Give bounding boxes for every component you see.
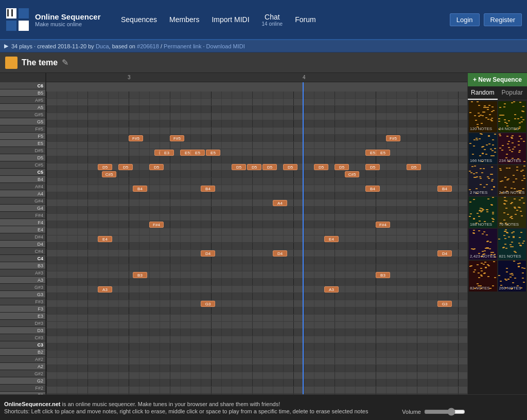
note[interactable]: F#5 [129,135,143,141]
note[interactable]: D5 [314,164,328,170]
piano-key-a3[interactable]: A3 [0,277,45,284]
grid-row[interactable] [46,293,467,300]
piano-key-d4[interactable]: D4 [0,241,45,248]
grid-row[interactable] [46,365,467,372]
grid-row[interactable] [46,149,467,156]
grid-row[interactable] [46,113,467,120]
grid-row[interactable] [46,156,467,163]
info-based-on-link[interactable]: #206618 [137,43,159,49]
sidebar-thumbnail[interactable]: 2 NOTES [469,165,497,196]
piano-key-e4[interactable]: E4 [0,226,45,233]
piano-key-a#4[interactable]: A#4 [0,183,45,190]
piano-key-g3[interactable]: G3 [0,291,45,298]
grid-row[interactable] [46,372,467,379]
register-button[interactable]: Register [484,13,522,26]
grid-row[interactable] [46,127,467,135]
grid-row[interactable] [46,307,467,315]
grid-row[interactable] [46,271,467,279]
piano-key-e3[interactable]: E3 [0,313,45,320]
sidebar-thumbnail[interactable]: 821 NOTES [498,229,526,260]
piano-key-a#3[interactable]: A#3 [0,269,45,277]
piano-key-c#4[interactable]: C#4 [0,248,45,255]
sidebar-thumbnail[interactable]: 120 NOTES [469,101,497,132]
note[interactable]: D5 [335,164,349,170]
sidebar-thumbnail[interactable]: 2,845 NOTES [498,165,526,196]
piano-key-b5[interactable]: B5 [0,89,45,97]
note[interactable]: E4 [324,236,339,242]
note[interactable]: D5 [232,164,246,170]
grid-row[interactable] [46,279,467,286]
piano-key-f#5[interactable]: F#5 [0,125,45,133]
note[interactable]: E5 [376,150,390,156]
note[interactable]: B4 [365,186,380,192]
info-author-link[interactable]: Duca [96,43,109,49]
grid-row[interactable] [46,135,467,142]
grid-row[interactable] [46,142,467,149]
grid-row[interactable] [46,178,467,185]
grid-row[interactable] [46,264,467,271]
note[interactable]: D5 [262,164,277,170]
piano-key-d3[interactable]: D3 [0,327,45,334]
volume-slider[interactable] [424,408,465,416]
piano-key-a5[interactable]: A5 [0,104,45,111]
note[interactable]: F#5 [170,135,184,141]
note[interactable]: B4 [201,186,215,192]
note[interactable]: B3 [376,272,390,278]
piano-key-b2[interactable]: B2 [0,349,45,356]
instrument-color-swatch[interactable] [5,57,17,69]
sidebar-thumbnail[interactable]: 234 NOTES [498,133,526,164]
piano-key-f4[interactable]: F4 [0,219,45,226]
piano-key-c#3[interactable]: C#3 [0,334,45,341]
note[interactable]: B3 [133,272,147,278]
note[interactable]: D4 [273,250,287,257]
grid-row[interactable] [46,243,467,250]
note[interactable]: D5 [118,164,133,170]
piano-key-c#5[interactable]: C#5 [0,161,45,169]
note[interactable]: A4 [273,200,287,206]
sidebar-thumbnail[interactable]: 2,423 NOTES [469,229,497,260]
new-sequence-button[interactable]: + New Sequence [468,73,527,86]
note[interactable]: E3 [160,150,174,156]
piano-key-d#3[interactable]: D#3 [0,320,45,327]
piano-key-a#5[interactable]: A#5 [0,97,45,104]
piano-key-d#4[interactable]: D#4 [0,233,45,241]
info-permanent-link[interactable]: Permanent link [164,43,201,49]
note[interactable]: C#5 [345,171,359,177]
note[interactable]: D5 [247,164,261,170]
nav-forum[interactable]: Forum [295,15,315,24]
note[interactable]: D5 [149,164,164,170]
note[interactable]: A3 [98,286,112,293]
nav-chat[interactable]: Chat [265,13,280,21]
piano-key-c4[interactable]: C4 [0,255,45,262]
note[interactable]: D5 [283,164,297,170]
grid-row[interactable] [46,221,467,228]
piano-key-e5[interactable]: E5 [0,140,45,147]
grid-row[interactable] [46,300,467,307]
piano-key-f#4[interactable]: F#4 [0,212,45,219]
grid-row[interactable] [46,336,467,343]
note[interactable]: F#4 [376,222,390,228]
grid-row[interactable] [46,120,467,127]
note[interactable]: G3 [201,301,215,307]
sidebar-thumbnail[interactable]: 188 NOTES [469,197,497,228]
piano-key-b3[interactable]: B3 [0,262,45,269]
piano-key-b4[interactable]: B4 [0,176,45,183]
piano-key-c3[interactable]: C3 [0,341,45,349]
piano-key-f5[interactable]: F5 [0,133,45,140]
grid-row[interactable] [46,106,467,113]
grid-row[interactable] [46,214,467,221]
note[interactable]: F#4 [149,222,164,228]
piano-key-c5[interactable]: C5 [0,169,45,176]
piano-key-f#2[interactable]: F#2 [0,385,45,392]
sidebar-thumbnail[interactable]: 166 NOTES [469,133,497,164]
piano-key-d5[interactable]: D5 [0,154,45,161]
piano-key-g#5[interactable]: G#5 [0,111,45,118]
grid-scroll-container[interactable]: × F#5F#5F#5E5E3E5E5E5E5E5D5D5D5D5D5D5D5D… [46,82,467,394]
piano-key-d#5[interactable]: D#5 [0,147,45,154]
grid-row[interactable] [46,199,467,207]
grid-row[interactable] [46,315,467,322]
grid-row[interactable] [46,379,467,387]
nav-members[interactable]: Members [169,15,199,24]
grid-row[interactable] [46,192,467,199]
note[interactable]: E4 [98,236,112,242]
